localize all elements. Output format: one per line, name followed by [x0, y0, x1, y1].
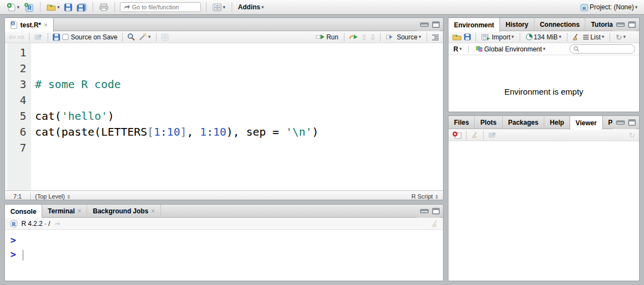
tab-packages[interactable]: Packages	[503, 116, 544, 129]
toolbar-separator	[468, 45, 469, 53]
toolbar-separator	[206, 2, 206, 12]
source-pane: R test.R* × ⇦ ⇨ Source on Save	[4, 18, 444, 200]
close-icon[interactable]: ×	[151, 207, 155, 215]
maximize-button[interactable]	[628, 21, 636, 28]
svg-text:R: R	[12, 22, 14, 26]
broom-icon[interactable]	[471, 131, 479, 138]
refresh-icon[interactable]: ↻	[629, 131, 635, 139]
tab-help[interactable]: Help	[544, 116, 570, 129]
load-workspace-icon[interactable]	[452, 33, 462, 40]
tab-label: Background Jobs	[93, 207, 148, 215]
goto-file-search[interactable]	[120, 2, 201, 12]
file-type-selector[interactable]: R Script ⇕	[411, 193, 439, 200]
toolbar-separator	[466, 131, 467, 139]
source-file-icon	[386, 34, 395, 40]
forward-icon[interactable]: ⇨	[18, 32, 25, 42]
pane-window-buttons	[613, 18, 636, 31]
minimize-button[interactable]	[616, 120, 625, 125]
document-outline-icon[interactable]	[432, 34, 439, 40]
goto-arrow-icon	[123, 4, 130, 10]
project-label: Project: (None)	[590, 3, 634, 11]
scope-label: (Top Level)	[35, 193, 65, 200]
tab-connections[interactable]: Connections	[534, 18, 586, 31]
compile-report-icon[interactable]	[161, 33, 169, 41]
minimize-button[interactable]	[420, 209, 429, 213]
list-view-button[interactable]: List ▾	[582, 33, 605, 42]
chevron-down-icon: ▾	[602, 34, 605, 39]
files-pane: Files Plots Packages Help Viewer Prese	[448, 115, 640, 281]
save-icon[interactable]	[53, 33, 60, 41]
code-editor[interactable]: 1234567 # some R code cat('hello')cat(pa…	[5, 43, 443, 190]
tab-plots[interactable]: Plots	[475, 116, 502, 129]
refresh-button[interactable]: ↻ ▾	[614, 32, 626, 42]
console-output[interactable]: >>	[5, 230, 443, 261]
source-on-save-checkbox[interactable]	[62, 34, 68, 40]
print-button[interactable]	[98, 3, 110, 11]
scope-selector[interactable]: (Top Level) ⇕	[35, 193, 71, 200]
updown-icon: ⇕	[434, 194, 439, 200]
tab-viewer[interactable]: Viewer	[570, 116, 602, 130]
language-selector[interactable]: R ▾	[452, 45, 463, 54]
minimize-button[interactable]	[616, 22, 625, 27]
tab-source-file[interactable]: R test.R* ×	[4, 18, 54, 32]
tab-history[interactable]: History	[500, 18, 534, 31]
chevron-down-icon: ▾	[223, 5, 226, 10]
maximize-button[interactable]	[432, 21, 440, 28]
console-header: R R 4.2.2 · /	[5, 218, 443, 230]
save-all-icon	[77, 3, 87, 11]
popout-icon[interactable]	[34, 33, 43, 40]
goto-file-input[interactable]	[132, 4, 192, 10]
close-icon[interactable]: ×	[44, 21, 48, 29]
maximize-button[interactable]	[432, 208, 440, 214]
popout-icon[interactable]	[488, 131, 497, 138]
tab-label: Files	[454, 119, 469, 126]
console-tabstrip: Console Terminal × Background Jobs ×	[5, 205, 443, 218]
r-version-label: R 4.2.2 · /	[21, 220, 50, 228]
tab-files[interactable]: Files	[449, 116, 475, 129]
tab-label: Viewer	[576, 119, 596, 127]
pane-window-buttons	[613, 116, 636, 129]
addins-button[interactable]: Addins ▾	[237, 3, 265, 11]
minimize-button[interactable]	[420, 22, 429, 27]
tab-label: Tutorial	[591, 21, 614, 28]
tab-label: Plots	[480, 119, 496, 126]
search-icon[interactable]	[127, 33, 135, 41]
run-label: Run	[326, 33, 338, 41]
project-selector[interactable]: R Project: (None) ▾	[579, 3, 639, 12]
toolbar-separator	[40, 2, 41, 12]
save-all-button[interactable]	[76, 3, 88, 12]
go-next-icon[interactable]: ⇩	[370, 33, 376, 42]
new-file-button[interactable]: ▾	[5, 2, 21, 13]
save-button[interactable]	[63, 3, 73, 12]
clear-viewer-icon[interactable]	[452, 131, 462, 139]
code-tools-button[interactable]: ▾	[137, 32, 152, 42]
new-project-button[interactable]: R	[23, 2, 35, 13]
chevron-down-icon: ▾	[559, 34, 562, 39]
magic-wand-icon	[139, 33, 147, 41]
broom-icon[interactable]	[572, 33, 579, 40]
go-previous-icon[interactable]: ⇧	[361, 33, 367, 42]
environment-selector[interactable]: Global Environment ▾	[474, 45, 547, 54]
rerun-icon[interactable]	[349, 34, 359, 40]
broom-icon[interactable]	[431, 220, 439, 227]
environment-search[interactable]	[570, 44, 635, 54]
open-file-button[interactable]: ▾	[45, 3, 61, 11]
statusbar-separator	[30, 193, 31, 200]
import-dataset-button[interactable]: Import ▾	[480, 33, 515, 42]
environment-search-input[interactable]	[581, 46, 630, 53]
tab-terminal[interactable]: Terminal ×	[42, 205, 87, 217]
show-directory-icon[interactable]	[54, 221, 61, 226]
maximize-button[interactable]	[628, 119, 636, 126]
back-icon[interactable]: ⇦	[9, 32, 16, 42]
run-button[interactable]: Run	[315, 33, 340, 42]
tab-label: Packages	[508, 119, 538, 126]
memory-usage-button[interactable]: 134 MiB ▾	[525, 33, 563, 42]
tab-background-jobs[interactable]: Background Jobs ×	[87, 205, 160, 217]
save-workspace-icon[interactable]	[464, 33, 471, 40]
tab-console[interactable]: Console	[4, 205, 42, 218]
tab-environment[interactable]: Environment	[448, 18, 500, 32]
source-button[interactable]: Source ▾	[385, 33, 422, 42]
pane-layout-button[interactable]: ▾	[211, 3, 227, 12]
editor-code[interactable]: # some R code cat('hello')cat(paste(LETT…	[31, 43, 443, 190]
close-icon[interactable]: ×	[77, 207, 81, 215]
